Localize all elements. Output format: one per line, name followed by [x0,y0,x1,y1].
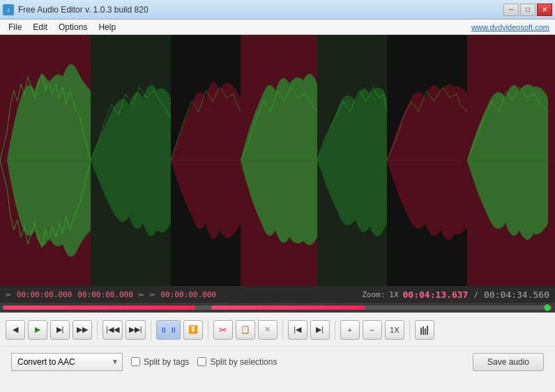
separator-6 [409,320,410,340]
cut-icon: ✂ [6,289,11,300]
menu-help[interactable]: Help [93,21,121,33]
marker-time: 00:00:00.000 [160,290,215,299]
vol-down-button[interactable]: − [363,320,382,340]
seek-dot [544,304,551,311]
remove-button[interactable]: ✕ [258,320,278,340]
forward-button[interactable]: ▶▶ [73,320,92,340]
separator-4 [282,320,283,340]
title-bar-controls: ─ □ ✕ [503,3,552,16]
menu-edit[interactable]: Edit [27,21,53,33]
svg-rect-11 [425,329,426,335]
separator-2 [151,320,151,340]
separator-1 [97,320,98,340]
skip-start-button[interactable]: |◀◀ [102,320,123,340]
seek-track[interactable] [3,306,552,310]
waveform-container[interactable] [0,35,555,286]
split-by-selections-checkbox[interactable] [197,357,206,366]
cut-icon2: ✂ [139,289,144,300]
split-by-selections-label: Split by selections [210,357,277,367]
separator-5 [335,320,335,340]
split-by-tags-checkbox[interactable] [131,357,140,366]
total-time-display: 00:04:34.560 [484,289,549,300]
play-fwd-button[interactable]: ▶| [50,320,70,340]
svg-rect-12 [427,326,428,335]
pause-button[interactable]: ⏸ ⏸ [156,320,181,340]
stop-button[interactable]: ⏬ [183,320,203,340]
split-by-selections-group[interactable]: Split by selections [197,357,277,367]
seek-bar[interactable] [0,303,555,312]
seek-filled-1 [3,306,195,310]
begin-button[interactable]: |◀ [288,320,307,340]
maximize-button[interactable]: □ [520,3,535,16]
time-bar: ✂ 00:00:00.000 00:00:00.000 ✂ ✂ 00:00:00… [0,286,555,303]
title-bar-left: ♪ Free Audio Editor v. 1.0.3 build 820 [3,4,149,15]
title-bar: ♪ Free Audio Editor v. 1.0.3 build 820 ─… [0,0,555,20]
zoom-info: Zoom: 1X 00:04:13.637 / 00:04:34.560 [362,289,549,300]
split-by-tags-label: Split by tags [144,357,189,367]
website-link[interactable]: www.dvdvideosoft.com [471,23,552,31]
svg-rect-9 [420,328,422,335]
app-title: Free Audio Editor v. 1.0.3 build 820 [18,5,149,15]
rewind-button[interactable]: ◀ [6,320,25,340]
minimize-button[interactable]: ─ [503,3,519,16]
current-time-display: 00:04:13.637 [403,289,469,300]
menu-options[interactable]: Options [53,21,93,33]
paste-button[interactable]: 📋 [236,320,255,340]
cut-button[interactable]: ✂ [213,320,233,340]
format-select-wrapper[interactable]: Convert to AAC Convert to MP3 Convert to… [11,353,123,371]
controls-bar: ◀ ▶ ▶| ▶▶ |◀◀ ▶▶| ⏸ ⏸ ⏬ ✂ 📋 ✕ |◀ ▶| + − … [0,312,555,346]
start-time: 00:00:00.000 [17,290,72,299]
split-by-tags-group[interactable]: Split by tags [131,357,189,367]
skip-end-button[interactable]: ▶▶| [126,320,146,340]
close-button[interactable]: ✕ [537,3,552,16]
waveform-svg [0,35,555,286]
bottom-bar: Convert to AAC Convert to MP3 Convert to… [0,346,555,377]
vol-1x-button[interactable]: 1X [385,320,404,340]
menu-items: File Edit Options Help [3,21,121,33]
spectrum-icon [420,325,429,335]
zoom-label: Zoom: [362,290,385,299]
save-audio-button[interactable]: Save audio [473,353,544,371]
svg-rect-10 [423,326,424,335]
menu-file[interactable]: File [3,21,27,33]
vol-up-button[interactable]: + [340,320,360,340]
time-separator: / [473,290,478,299]
play-button[interactable]: ▶ [28,320,47,340]
cut-icon3: ✂ [150,289,155,300]
menu-bar: File Edit Options Help www.dvdvideosoft.… [0,20,555,35]
separator-3 [208,320,208,340]
app-icon: ♪ [3,4,14,15]
end-button[interactable]: ▶| [310,320,330,340]
zoom-level: 1X [389,290,398,299]
seek-filled-2 [211,306,365,310]
spectrum-button[interactable] [415,320,434,340]
format-select[interactable]: Convert to AAC Convert to MP3 Convert to… [11,353,123,371]
end-time: 00:00:00.000 [77,290,132,299]
